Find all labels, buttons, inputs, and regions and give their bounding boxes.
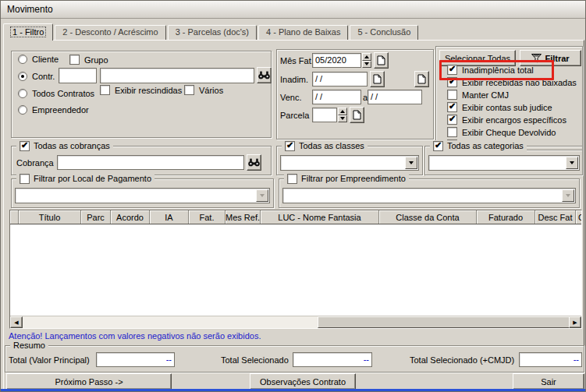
total-selecionado-value: -- bbox=[293, 352, 372, 367]
scroll-left-icon[interactable]: ◀ bbox=[10, 316, 23, 328]
radio-empreendedor[interactable]: Empreendedor bbox=[18, 105, 89, 115]
cobrancas-legend: Todas as cobranças bbox=[16, 140, 113, 151]
varios-checkbox[interactable] bbox=[184, 85, 194, 95]
column-header-titulo[interactable]: Título bbox=[19, 210, 81, 224]
dropdown-arrow-icon bbox=[256, 189, 268, 202]
todas-categorias-checkbox[interactable] bbox=[433, 141, 443, 151]
total-selecionado-label: Total Selecionado bbox=[221, 355, 289, 365]
column-header-fat[interactable]: Fat. bbox=[189, 210, 226, 224]
checkbox-grupo[interactable]: Grupo bbox=[69, 55, 108, 65]
cobranca-input[interactable] bbox=[57, 155, 244, 170]
parcela-clear-button[interactable] bbox=[350, 107, 364, 123]
parcela-input[interactable] bbox=[312, 108, 337, 122]
column-header-acordo[interactable]: Acordo bbox=[111, 210, 150, 224]
proximo-passo-button[interactable]: Próximo Passo -> bbox=[6, 373, 172, 390]
mes-fat-clear-button[interactable] bbox=[374, 52, 389, 69]
todas-cobrancas-checkbox[interactable] bbox=[20, 141, 30, 151]
checkbox-varios[interactable]: Vários bbox=[184, 85, 223, 95]
tab-plano-de-baixas[interactable]: 4 - Plano de Baixas bbox=[258, 25, 348, 40]
results-grid: Título Parc Acordo IA Fat. Mes Ref. LUC … bbox=[9, 210, 582, 329]
highlight-annotation bbox=[439, 60, 554, 80]
filtrar-empreendimento-checkbox[interactable] bbox=[287, 174, 297, 184]
spin-up-icon[interactable] bbox=[362, 53, 371, 61]
inadim-clear-button-2[interactable] bbox=[414, 71, 429, 87]
categorias-combobox[interactable] bbox=[428, 155, 580, 171]
encargos-especificos-checkbox[interactable] bbox=[447, 115, 457, 125]
radio-todos-contratos[interactable]: Todos Contratos bbox=[18, 89, 94, 98]
spin-down-icon[interactable] bbox=[338, 115, 347, 123]
scroll-right-icon[interactable]: ▶ bbox=[569, 316, 581, 328]
option-cheque-devolvido[interactable]: Exibir Cheque Devolvido bbox=[447, 127, 556, 137]
document-icon bbox=[353, 110, 361, 120]
spin-up-icon[interactable] bbox=[338, 108, 347, 115]
grupo-checkbox[interactable] bbox=[69, 55, 80, 65]
column-header-mes-ref[interactable]: Mes Ref. bbox=[226, 210, 261, 224]
radio-contr[interactable]: Contr. bbox=[18, 72, 55, 81]
tab-strip: 1 - Filtro 2 - Desconto / Acréscimo 3 - … bbox=[3, 22, 583, 40]
venc-from-input[interactable]: / / bbox=[312, 90, 361, 104]
column-header-parc[interactable]: Parc bbox=[81, 210, 111, 224]
classes-groupbox: Todas as classes bbox=[276, 146, 423, 175]
exibir-rescindidas-checkbox[interactable] bbox=[100, 85, 110, 95]
cheque-devolvido-checkbox[interactable] bbox=[447, 127, 457, 137]
total-selecionado-cmjd-value: -- bbox=[519, 352, 582, 367]
mes-fat-input[interactable]: 05/2020 bbox=[312, 53, 361, 68]
column-header-faturado[interactable]: Faturado bbox=[477, 210, 535, 224]
filtrar-local-pagamento-checkbox[interactable] bbox=[20, 174, 30, 184]
radio-cliente-circle[interactable] bbox=[18, 55, 27, 64]
sair-button[interactable]: Sair bbox=[513, 373, 584, 390]
dropdown-arrow-icon[interactable] bbox=[566, 157, 578, 169]
window-bottom-border bbox=[1, 389, 585, 391]
horizontal-scrollbar[interactable]: ◀ ▶ bbox=[10, 316, 581, 328]
resumo-groupbox: Resumo Total (Valor Principal) -- Total … bbox=[5, 345, 584, 373]
tab-filtro[interactable]: 1 - Filtro bbox=[3, 23, 53, 41]
tab-conclusao[interactable]: 5 - Conclusão bbox=[350, 25, 418, 40]
radio-cliente[interactable]: Cliente bbox=[18, 55, 59, 64]
tab-parcelas[interactable]: 3 - Parcelas (doc's) bbox=[168, 25, 257, 40]
search-contract-button[interactable] bbox=[257, 67, 272, 83]
column-header-indicator[interactable] bbox=[10, 210, 19, 224]
venc-to-input[interactable]: / / bbox=[368, 90, 422, 104]
venc-label: Venc. bbox=[280, 93, 302, 102]
parcela-label: Parcela bbox=[280, 111, 309, 120]
radio-contr-circle[interactable] bbox=[18, 72, 27, 81]
radio-empreendedor-circle[interactable] bbox=[18, 105, 27, 115]
cobrancas-groupbox: Todas as cobranças Cobrança bbox=[11, 146, 272, 175]
todas-classes-checkbox[interactable] bbox=[285, 141, 295, 151]
observacoes-contrato-button[interactable]: Observações Contrato bbox=[250, 373, 356, 390]
inadim-clear-button[interactable] bbox=[370, 71, 385, 87]
column-header-luc-nome-fantasia[interactable]: LUC - Nome Fantasia bbox=[261, 210, 379, 224]
movimento-window: Movimento 1 - Filtro 2 - Desconto / Acré… bbox=[0, 0, 586, 392]
inadim-label: Inadim. bbox=[280, 75, 308, 84]
radio-todos-contratos-circle[interactable] bbox=[18, 89, 27, 98]
scrollbar-thumb[interactable] bbox=[318, 316, 570, 328]
spin-down-icon[interactable] bbox=[362, 61, 371, 69]
selection-groupbox: Cliente Grupo Contr. bbox=[11, 51, 272, 138]
search-cobranca-button[interactable] bbox=[247, 154, 261, 171]
contas-sub-judice-checkbox[interactable] bbox=[447, 102, 457, 112]
column-header-classe-da-conta[interactable]: Classe da Conta bbox=[379, 210, 477, 224]
mes-fat-label: Mês Fat. bbox=[280, 56, 314, 65]
empreendimento-legend: Filtrar por Empreendimento bbox=[284, 173, 409, 184]
column-header-ia[interactable]: IA bbox=[150, 210, 189, 224]
empreendimento-combobox bbox=[282, 188, 576, 203]
parcela-spinner[interactable] bbox=[338, 108, 347, 122]
checkbox-exibir-rescindidas[interactable]: Exibir rescindidas bbox=[100, 85, 182, 95]
option-manter-cmj[interactable]: Manter CMJ bbox=[447, 90, 509, 100]
dropdown-arrow-icon[interactable] bbox=[405, 157, 417, 169]
contr-code-input[interactable] bbox=[59, 68, 97, 83]
classes-combobox[interactable] bbox=[280, 155, 419, 171]
option-contas-sub-judice[interactable]: Exibir contas sub judice bbox=[447, 102, 552, 112]
mes-fat-spinner[interactable] bbox=[362, 53, 371, 68]
column-header-desc-fat[interactable]: Desc Fat bbox=[535, 210, 576, 224]
categorias-groupbox: Todas as categorias bbox=[424, 146, 583, 175]
contr-name-input[interactable] bbox=[100, 68, 254, 83]
inadim-input[interactable]: / / bbox=[312, 72, 368, 87]
local-pagamento-legend: Filtrar por Local de Pagamento bbox=[16, 173, 154, 184]
window-titlebar[interactable]: Movimento bbox=[1, 1, 585, 19]
column-header-co-truncated[interactable]: Co bbox=[576, 210, 582, 224]
tab-desconto-acrescimo[interactable]: 2 - Desconto / Acréscimo bbox=[55, 25, 165, 40]
option-encargos-especificos[interactable]: Exibir encargos específicos bbox=[447, 115, 566, 125]
manter-cmj-checkbox[interactable] bbox=[447, 90, 457, 100]
binoculars-icon bbox=[248, 158, 260, 167]
